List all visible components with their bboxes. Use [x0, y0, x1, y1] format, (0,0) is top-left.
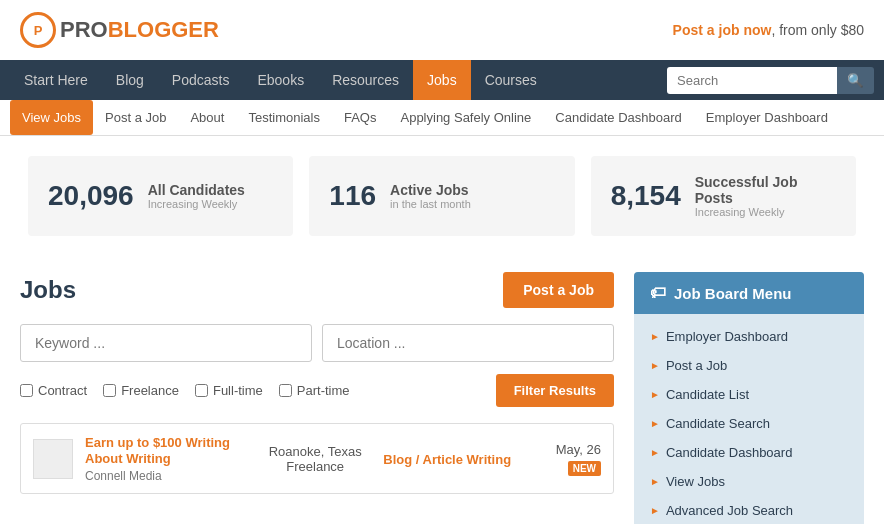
sidebar-item-label: Candidate List — [666, 387, 749, 402]
job-type-col: Blog / Article Writing — [382, 451, 513, 467]
sidebar-item-candidate-search[interactable]: ► Candidate Search — [634, 409, 864, 438]
main-content: Jobs Post a Job Contract Freelance Full-… — [0, 256, 884, 524]
stat-candidates: 20,096 All Candidates Increasing Weekly — [28, 156, 293, 236]
filter-parttime-label: Part-time — [297, 383, 350, 398]
jobs-header: Jobs Post a Job — [20, 272, 614, 308]
filter-parttime[interactable]: Part-time — [279, 383, 350, 398]
stat-successful-posts-label: Successful Job Posts — [695, 174, 836, 206]
filter-results-button[interactable]: Filter Results — [496, 374, 614, 407]
job-thumbnail — [33, 439, 73, 479]
checkbox-freelance[interactable] — [103, 384, 116, 397]
nav-resources[interactable]: Resources — [318, 60, 413, 100]
search-button[interactable]: 🔍 — [837, 67, 874, 94]
stats-section: 20,096 All Candidates Increasing Weekly … — [0, 136, 884, 256]
checkbox-fulltime[interactable] — [195, 384, 208, 397]
list-item: ► Candidate Search — [634, 409, 864, 438]
job-title-link[interactable]: Earn up to $100 Writing About Writing — [85, 435, 230, 466]
post-job-promo-link[interactable]: Post a job now — [673, 22, 772, 38]
filter-fulltime-label: Full-time — [213, 383, 263, 398]
nav-jobs[interactable]: Jobs — [413, 60, 471, 100]
arrow-icon: ► — [650, 389, 660, 400]
arrow-icon: ► — [650, 360, 660, 371]
sidebar-item-label: Candidate Dashboard — [666, 445, 792, 460]
job-location-text: Roanoke, Texas — [261, 444, 370, 459]
stat-active-jobs-info: Active Jobs in the last month — [390, 182, 471, 210]
list-item: ► Candidate List — [634, 380, 864, 409]
nav-courses[interactable]: Courses — [471, 60, 551, 100]
sidebar-item-candidate-list[interactable]: ► Candidate List — [634, 380, 864, 409]
logo: P PROBLOGGER — [20, 12, 219, 48]
stat-candidates-label: All Candidates — [148, 182, 245, 198]
checkbox-contract[interactable] — [20, 384, 33, 397]
job-location-type: Freelance — [261, 459, 370, 474]
post-job-button[interactable]: Post a Job — [503, 272, 614, 308]
stat-active-jobs: 116 Active Jobs in the last month — [309, 156, 574, 236]
job-category-link[interactable]: Blog / Article Writing — [383, 452, 511, 467]
keyword-input[interactable] — [20, 324, 312, 362]
subnav-view-jobs[interactable]: View Jobs — [10, 100, 93, 135]
subnav-applying-safely[interactable]: Applying Safely Online — [388, 100, 543, 135]
sidebar-item-post-job[interactable]: ► Post a Job — [634, 351, 864, 380]
checkbox-parttime[interactable] — [279, 384, 292, 397]
jobs-title: Jobs — [20, 276, 76, 304]
stat-active-jobs-sub: in the last month — [390, 198, 471, 210]
subnav-employer-dashboard[interactable]: Employer Dashboard — [694, 100, 840, 135]
main-nav: Start Here Blog Podcasts Ebooks Resource… — [0, 60, 884, 100]
sidebar-item-view-jobs[interactable]: ► View Jobs — [634, 467, 864, 496]
promo-text: , from only $80 — [771, 22, 864, 38]
subnav-candidate-dashboard[interactable]: Candidate Dashboard — [543, 100, 693, 135]
subnav-faqs[interactable]: FAQs — [332, 100, 389, 135]
list-item: ► Candidate Dashboard — [634, 438, 864, 467]
stat-candidates-info: All Candidates Increasing Weekly — [148, 182, 245, 210]
nav-search-container: 🔍 — [667, 67, 874, 94]
sidebar-item-label: Post a Job — [666, 358, 727, 373]
search-input[interactable] — [667, 67, 837, 94]
stat-successful-posts-sub: Increasing Weekly — [695, 206, 836, 218]
arrow-icon: ► — [650, 331, 660, 342]
nav-podcasts[interactable]: Podcasts — [158, 60, 244, 100]
sub-nav: View Jobs Post a Job About Testimonials … — [0, 100, 884, 136]
job-location: Roanoke, Texas Freelance — [261, 444, 370, 474]
job-company: Connell Media — [85, 469, 249, 483]
jobs-section: Jobs Post a Job Contract Freelance Full-… — [20, 272, 614, 524]
filter-fulltime[interactable]: Full-time — [195, 383, 263, 398]
sidebar-item-advanced-search[interactable]: ► Advanced Job Search — [634, 496, 864, 524]
arrow-icon: ► — [650, 418, 660, 429]
stat-successful-posts-info: Successful Job Posts Increasing Weekly — [695, 174, 836, 218]
header: P PROBLOGGER Post a job now, from only $… — [0, 0, 884, 60]
subnav-post-job[interactable]: Post a Job — [93, 100, 178, 135]
arrow-icon: ► — [650, 476, 660, 487]
nav-start-here[interactable]: Start Here — [10, 60, 102, 100]
sidebar-item-candidate-dashboard[interactable]: ► Candidate Dashboard — [634, 438, 864, 467]
new-badge: NEW — [568, 461, 601, 476]
filter-row: Contract Freelance Full-time Part-time F… — [20, 374, 614, 407]
sidebar: 🏷 Job Board Menu ► Employer Dashboard ► … — [634, 272, 864, 524]
list-item: ► View Jobs — [634, 467, 864, 496]
arrow-icon: ► — [650, 447, 660, 458]
stat-successful-posts-number: 8,154 — [611, 180, 681, 212]
stat-active-jobs-number: 116 — [329, 180, 376, 212]
sidebar-item-label: Advanced Job Search — [666, 503, 793, 518]
stat-candidates-number: 20,096 — [48, 180, 134, 212]
filter-contract[interactable]: Contract — [20, 383, 87, 398]
tag-icon: 🏷 — [650, 284, 666, 302]
header-promo: Post a job now, from only $80 — [673, 22, 864, 38]
sidebar-item-employer-dashboard[interactable]: ► Employer Dashboard — [634, 322, 864, 351]
logo-icon: P — [20, 12, 56, 48]
nav-blog[interactable]: Blog — [102, 60, 158, 100]
logo-pro: PRO — [60, 17, 108, 42]
search-row — [20, 324, 614, 362]
subnav-testimonials[interactable]: Testimonials — [236, 100, 332, 135]
nav-ebooks[interactable]: Ebooks — [243, 60, 318, 100]
job-date-col: May, 26 NEW — [525, 442, 601, 476]
subnav-about[interactable]: About — [178, 100, 236, 135]
logo-text: PROBLOGGER — [60, 17, 219, 43]
list-item: ► Advanced Job Search — [634, 496, 864, 524]
arrow-icon: ► — [650, 505, 660, 516]
list-item: ► Post a Job — [634, 351, 864, 380]
sidebar-menu: 🏷 Job Board Menu ► Employer Dashboard ► … — [634, 272, 864, 524]
stat-active-jobs-label: Active Jobs — [390, 182, 471, 198]
location-input[interactable] — [322, 324, 614, 362]
filter-freelance[interactable]: Freelance — [103, 383, 179, 398]
job-date: May, 26 — [525, 442, 601, 457]
